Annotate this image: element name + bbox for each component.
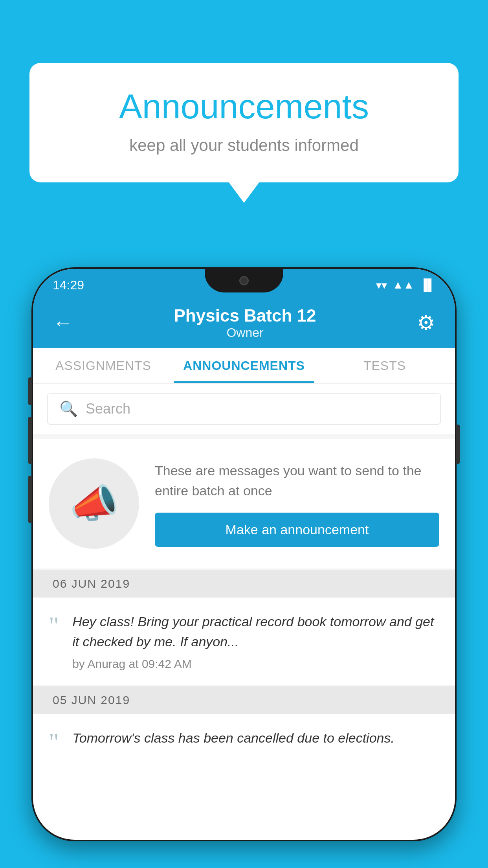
announcement-text-group-1: Hey class! Bring your practical record b… <box>72 612 435 671</box>
mute-button <box>28 377 32 405</box>
status-icons: ▾▾ ▲▲ ▐▌ <box>376 279 435 292</box>
speech-bubble: Announcements keep all your students inf… <box>29 63 459 182</box>
signal-icon: ▲▲ <box>393 279 414 291</box>
phone-screen: 14:29 ▾▾ ▲▲ ▐▌ ← Physics Batch 12 Owner … <box>33 269 455 840</box>
search-placeholder: Search <box>86 401 130 417</box>
announcement-item-1[interactable]: " Hey class! Bring your practical record… <box>33 598 455 685</box>
make-announcement-button[interactable]: Make an announcement <box>155 513 439 547</box>
tab-bar: ASSIGNMENTS ANNOUNCEMENTS TESTS <box>33 348 455 384</box>
front-camera <box>239 276 249 285</box>
megaphone-circle: 📣 <box>49 458 139 549</box>
header-title-group: Physics Batch 12 Owner <box>174 306 316 340</box>
volume-up-button <box>28 417 32 464</box>
announcement-text-group-2: Tomorrow's class has been cancelled due … <box>72 728 435 754</box>
status-time: 14:29 <box>53 278 84 292</box>
quote-icon-1: " <box>49 613 59 638</box>
promo-right: These are messages you want to send to t… <box>155 461 439 547</box>
phone-frame: 14:29 ▾▾ ▲▲ ▐▌ ← Physics Batch 12 Owner … <box>31 267 457 841</box>
content-area: 🔍 Search 📣 These are messages you want t… <box>33 384 455 769</box>
tab-assignments[interactable]: ASSIGNMENTS <box>33 348 174 383</box>
batch-role: Owner <box>174 326 316 340</box>
announcement-promo: 📣 These are messages you want to send to… <box>33 439 455 568</box>
date-divider-2: 05 JUN 2019 <box>33 686 455 714</box>
search-bar[interactable]: 🔍 Search <box>47 393 441 425</box>
battery-icon: ▐▌ <box>420 279 435 291</box>
date-divider-1: 06 JUN 2019 <box>33 570 455 598</box>
quote-icon-2: " <box>49 730 59 755</box>
tab-announcements[interactable]: ANNOUNCEMENTS <box>174 348 314 383</box>
announcement-item-2[interactable]: " Tomorrow's class has been cancelled du… <box>33 714 455 769</box>
volume-down-button <box>28 476 32 523</box>
search-icon: 🔍 <box>59 400 78 417</box>
speech-bubble-container: Announcements keep all your students inf… <box>29 63 459 182</box>
batch-title: Physics Batch 12 <box>174 306 316 326</box>
back-button[interactable]: ← <box>53 311 73 335</box>
phone-mockup: 14:29 ▾▾ ▲▲ ▐▌ ← Physics Batch 12 Owner … <box>31 267 457 868</box>
notch <box>205 269 283 292</box>
announcement-meta-1: by Anurag at 09:42 AM <box>72 657 435 671</box>
bubble-subtitle: keep all your students informed <box>61 136 427 155</box>
search-container: 🔍 Search <box>33 384 455 434</box>
wifi-icon: ▾▾ <box>376 279 387 292</box>
promo-description: These are messages you want to send to t… <box>155 461 439 501</box>
settings-icon[interactable]: ⚙ <box>417 311 435 335</box>
power-button <box>456 425 460 464</box>
announcement-message-2: Tomorrow's class has been cancelled due … <box>72 728 435 748</box>
megaphone-icon: 📣 <box>70 480 119 527</box>
announcement-message-1: Hey class! Bring your practical record b… <box>72 612 435 652</box>
tab-tests[interactable]: TESTS <box>314 348 455 383</box>
app-header: ← Physics Batch 12 Owner ⚙ <box>33 297 455 348</box>
bubble-title: Announcements <box>61 86 427 127</box>
